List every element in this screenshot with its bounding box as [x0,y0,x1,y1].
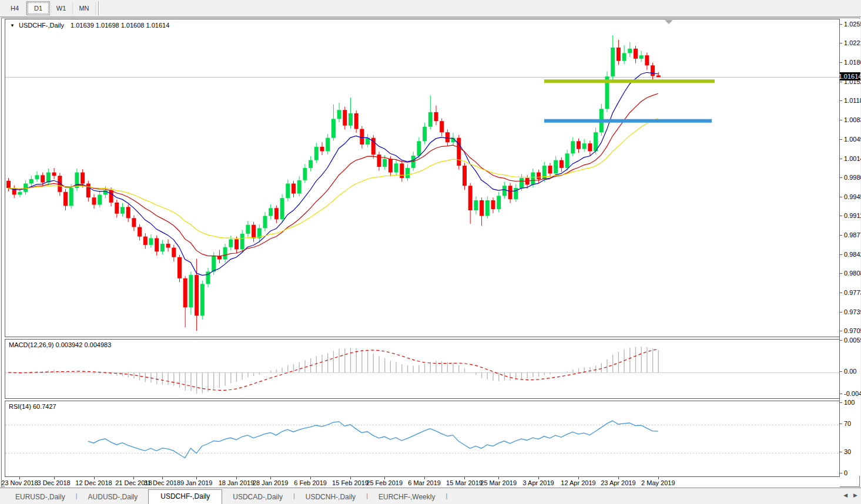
price-axis-label: 0.99450 [844,193,861,200]
chart-shift-marker-icon[interactable] [665,20,673,24]
date-label: 15 Mar 2019 [446,479,483,486]
rsi-axis-label: 100 [844,399,855,406]
macd-axis-label: 0.00 [844,368,856,375]
timeframe-button-w1[interactable]: W1 [50,2,73,15]
date-label: 9 Jan 2019 [180,479,212,486]
rsi-axis-label: 70 [844,420,851,427]
tab-scroll-right-icon[interactable]: ▶ [853,491,857,499]
tab-eurusd-daily[interactable]: EURUSD-,Daily [5,490,76,504]
axis-tick [840,82,842,82]
axis-tick [840,177,842,178]
date-label: 31 Dec 2018 [144,479,180,486]
date-label: 23 Apr 2019 [601,479,635,486]
macd-label: MACD(12,26,9) 0.003942 0.004983 [9,341,111,348]
tab-usdchf-daily[interactable]: USDCHF-,Daily [148,489,222,504]
axis-tick [840,197,842,197]
price-axis-label: 1.02210 [844,39,861,46]
price-axis-label: 0.99800 [844,174,861,181]
tab-scroll-arrows: ◀ ▶ [843,491,857,499]
price-axis-label: 0.98080 [844,270,861,277]
candlestick-chart[interactable] [5,19,839,337]
axis-tick [840,402,842,403]
price-axis-label: 1.02550 [844,21,861,28]
date-label: 15 Feb 2019 [332,479,368,486]
date-label: 3 Dec 2018 [37,479,70,486]
price-axis-label: 0.98420 [844,251,861,258]
date-label: 6 Mar 2019 [408,479,441,486]
tab-eurchf-weekly[interactable]: EURCHF-,Weekly [368,490,445,504]
price-axis-label: 0.97730 [844,289,861,296]
rsi-axis-label: 30 [844,448,851,455]
timeframe-button-mn[interactable]: MN [73,2,96,15]
chart-window: ▼ USDCHF-,Daily 1.01639 1.01698 1.01608 … [1,18,860,487]
tab-usdcad-daily[interactable]: USDCAD-,Daily [222,490,293,504]
axis-tick [840,424,842,424]
axis-tick [840,254,842,255]
macd-axis-label: 0.00597 [844,337,861,344]
date-label: 6 Feb 2019 [294,479,327,486]
rsi-chart[interactable] [5,401,839,476]
timeframe-button-d1[interactable]: D1 [26,1,50,15]
axis-tick [840,452,842,452]
tab-audusd-daily[interactable]: AUDUSD-,Daily [78,490,149,504]
axis-tick [840,139,842,140]
price-axis-label: 0.98770 [844,231,861,238]
price-axis-label: 0.97390 [844,308,861,315]
axis-tick [840,43,842,43]
date-axis: 23 Nov 20183 Dec 201812 Dec 201821 Dec 2… [5,477,840,488]
rsi-panel[interactable]: RSI(14) 60.7427 [5,401,840,477]
macd-axis-label: -0.004243 [844,390,861,397]
mt4-window: H4D1W1MN ▼ USDCHF-,Daily 1.01639 1.01698… [0,0,861,504]
axis-tick [840,340,842,341]
toolbar-separator [98,1,99,15]
price-axis-label: 0.99110 [844,212,861,219]
symbol-dropdown-icon[interactable]: ▼ [10,23,15,28]
date-label: 2 May 2019 [641,479,675,486]
rsi-line [88,421,658,458]
date-label: 18 Jan 2019 [219,479,254,486]
price-axis-label: 1.00830 [844,116,861,123]
axis-tick [840,394,842,394]
date-label: 12 Dec 2018 [75,479,112,486]
chart-ohlc: 1.01639 1.01698 1.01608 1.01614 [71,22,169,29]
axis-tick [840,100,842,101]
price-chart-panel[interactable]: ▼ USDCHF-,Daily 1.01639 1.01698 1.01608 … [5,19,840,337]
axis-tick [840,24,842,25]
timeframe-toolbar: H4D1W1MN [0,0,861,17]
rsi-axis-label: 0 [844,469,847,476]
date-label: 25 Feb 2019 [366,479,403,486]
axis-tick [840,371,842,372]
macd-panel[interactable]: MACD(12,26,9) 0.003942 0.004983 [5,339,840,399]
date-label: 25 Mar 2019 [480,479,517,486]
axis-tick [840,473,842,473]
axis-tick [840,62,842,63]
chart-title: ▼ USDCHF-,Daily 1.01639 1.01698 1.01608 … [10,22,169,29]
macd-chart[interactable] [5,340,839,398]
axis-tick [840,235,842,236]
axis-tick [840,216,842,216]
ma-line-9 [8,72,658,275]
axis-tick [840,159,842,159]
price-axis-label: 1.00140 [844,155,861,162]
timeframe-button-h4[interactable]: H4 [4,2,26,15]
price-axis-label: 1.01860 [844,59,861,66]
tab-separator: | [445,492,447,500]
price-axis-label: 1.01180 [844,97,861,104]
date-label: 12 Apr 2019 [561,479,595,486]
rsi-label: RSI(14) 60.7427 [9,403,56,410]
price-axis-label: 0.97050 [844,327,861,334]
axis-tick [840,312,842,313]
axis-tick [840,120,842,120]
price-axis-label: 1.00490 [844,136,861,143]
axis-tick [840,273,842,274]
price-axis: 1.01614 1.025501.022101.018601.015201.01… [839,19,860,476]
chart-symbol: USDCHF-,Daily [19,22,64,29]
current-price-tag: 1.01614 [840,72,860,80]
axis-tick [840,331,842,331]
date-label: 23 Nov 2018 [1,479,38,486]
date-label: 3 Apr 2019 [522,479,554,486]
tab-usdcnh-daily[interactable]: USDCNH-,Daily [295,490,366,504]
date-label: 28 Jan 2019 [253,479,289,486]
chart-tab-bar: EURUSD-,Daily|AUDUSD-,DailyUSDCHF-,Daily… [0,488,861,504]
tab-scroll-left-icon[interactable]: ◀ [843,491,847,499]
